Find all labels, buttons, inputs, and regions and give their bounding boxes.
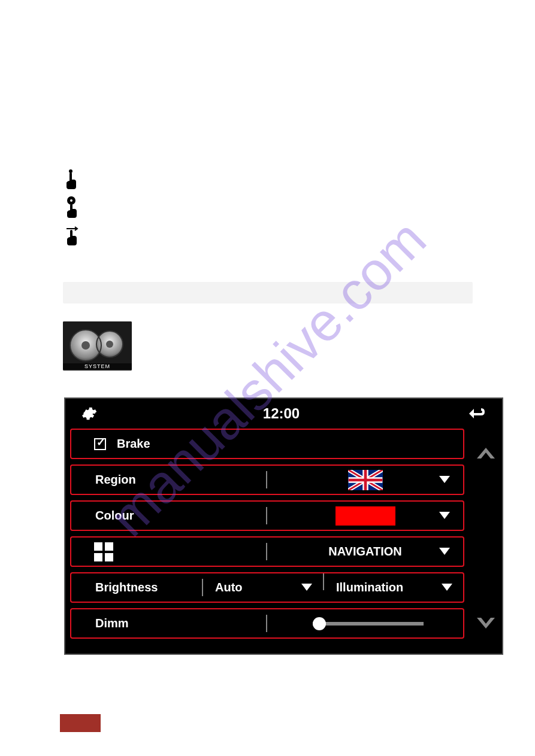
settings-screen: 12:00 Brake Region <box>64 397 503 655</box>
touch-hold-icon <box>63 196 81 220</box>
touch-tap-icon <box>63 168 78 190</box>
dimm-slider[interactable] <box>313 622 424 626</box>
scroll-up-icon[interactable] <box>476 447 496 461</box>
clock-display: 12:00 <box>97 405 466 422</box>
row-brake[interactable]: Brake <box>70 429 464 459</box>
row-dimm[interactable]: Dimm <box>70 608 464 639</box>
chevron-down-icon <box>301 584 312 592</box>
dimm-label: Dimm <box>95 617 129 630</box>
row-brightness[interactable]: Brightness Auto Illumination <box>70 572 464 603</box>
colour-swatch <box>335 506 395 526</box>
system-tile-label: SYSTEM <box>63 363 132 369</box>
brightness-mode: Auto <box>215 581 243 594</box>
chevron-down-icon <box>439 548 450 556</box>
row-colour[interactable]: Colour <box>70 500 464 531</box>
colour-label: Colour <box>95 509 134 523</box>
chevron-down-icon <box>439 512 450 520</box>
grid-icon <box>94 542 113 561</box>
svg-point-6 <box>81 341 90 350</box>
region-label: Region <box>95 473 136 487</box>
svg-point-2 <box>70 199 72 202</box>
system-tile[interactable]: SYSTEM <box>63 321 132 371</box>
row-region[interactable]: Region <box>70 464 464 495</box>
slider-thumb[interactable] <box>313 617 326 630</box>
illumination-label: Illumination <box>336 581 403 594</box>
mode-value: NAVIGATION <box>328 545 402 558</box>
back-icon[interactable] <box>466 405 487 422</box>
brake-label: Brake <box>117 437 150 451</box>
touch-swipe-icon <box>63 225 81 247</box>
chevron-down-icon <box>439 476 450 484</box>
row-mode[interactable]: NAVIGATION <box>70 536 464 567</box>
checkbox-checked-icon <box>94 438 106 450</box>
brightness-label: Brightness <box>95 581 158 594</box>
page-number-badge <box>60 714 101 732</box>
flag-uk-icon <box>348 470 383 490</box>
gear-icon[interactable] <box>80 405 97 422</box>
touch-gesture-icons <box>63 168 472 249</box>
chevron-down-icon <box>442 584 452 592</box>
scroll-down-icon[interactable] <box>476 615 496 630</box>
section-heading-bar <box>63 282 473 303</box>
svg-point-7 <box>106 341 113 348</box>
